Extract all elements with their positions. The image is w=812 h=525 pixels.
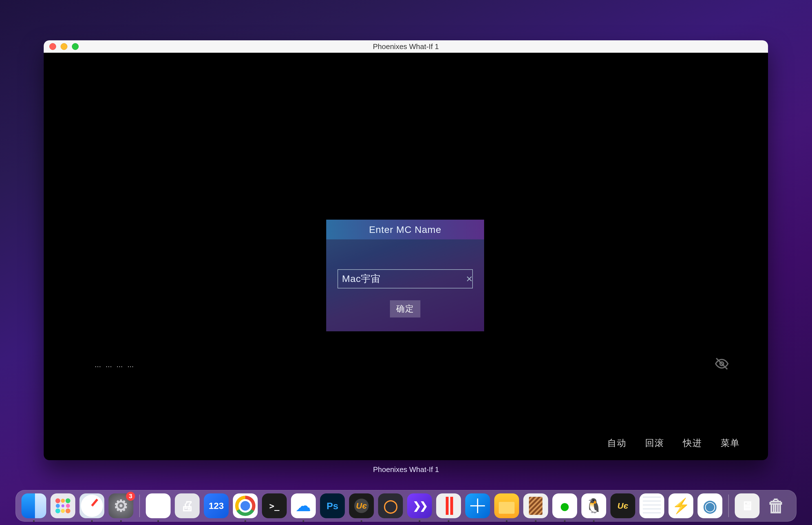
dock-printer-app-icon[interactable] [175,493,200,518]
running-app-caption: Phoenixes What-If 1 [0,465,812,474]
dialogue-text: … … … … [94,361,135,369]
game-viewport: … … … … 自动 回滚 快进 菜单 Enter MC Name ✕ [44,53,768,460]
dock-finder-icon[interactable] [21,493,46,518]
dock-ultraedit2-icon[interactable]: Uє [611,493,635,518]
nav-menu-button[interactable]: 菜单 [721,437,740,449]
clear-input-icon[interactable]: ✕ [466,274,473,284]
close-window-button[interactable] [49,43,56,50]
name-input-row: ✕ [337,269,473,288]
dock-files-icon[interactable] [494,493,519,518]
dock-trash-icon[interactable] [764,493,788,518]
dock-photoshop-icon[interactable]: Ps [320,493,345,518]
dialog-header: Enter MC Name [326,220,484,239]
window-title: Phoenixes What-If 1 [44,42,768,51]
dock-godot-icon[interactable] [697,493,722,518]
zoom-window-button[interactable] [72,43,79,50]
dock-123-label: 123 [209,501,224,511]
dock-container: 3 123 Ps Uє Uє [15,488,797,522]
dock-teamspeak-icon[interactable] [668,493,693,518]
name-input[interactable] [338,273,466,285]
dock-123-app-icon[interactable]: 123 [204,493,229,518]
dock-notes-icon[interactable] [640,493,664,518]
dock-parallels-icon[interactable] [436,493,461,518]
window-controls [44,43,79,50]
dock-separator-2 [728,495,729,517]
dock-paint-app-icon[interactable] [146,493,170,518]
dock-downloads-icon[interactable] [735,493,760,518]
dock-ue2-label: Uє [617,501,629,511]
dock-launchpad-icon[interactable] [50,493,75,518]
dock-separator [139,495,140,517]
dock-ps-label: Ps [327,500,338,511]
settings-badge: 3 [126,492,135,501]
app-window: Phoenixes What-If 1 … … … … 自动 回滚 快进 菜单 … [44,40,768,460]
dock-archive-app-icon[interactable] [523,493,548,518]
dock-wechat-icon[interactable] [552,493,577,518]
dock-system-settings-icon[interactable]: 3 [108,493,133,518]
dock-pixel-app-icon[interactable] [378,493,403,518]
minimize-window-button[interactable] [61,43,67,50]
dock-qq-icon[interactable] [581,493,606,518]
dock-safari-icon[interactable] [79,493,104,518]
dock: 3 123 Ps Uє Uє [15,490,797,522]
name-entry-dialog: Enter MC Name ✕ 确定 [326,220,484,331]
nav-rollback-button[interactable]: 回滚 [645,437,664,449]
titlebar: Phoenixes What-If 1 [44,40,768,53]
confirm-button[interactable]: 确定 [390,300,420,317]
dialog-title: Enter MC Name [369,224,441,235]
dock-windows-icon[interactable] [465,493,490,518]
nav-skip-button[interactable]: 快进 [683,437,702,449]
dock-cloud-app-icon[interactable] [291,493,316,518]
dock-terminal-icon[interactable] [262,493,287,518]
hide-ui-icon[interactable] [715,356,729,371]
dock-ue-label: Uє [356,501,367,511]
dock-chrome-icon[interactable] [233,493,258,518]
dock-purple-app-icon[interactable] [407,493,432,518]
vn-bottom-nav: 自动 回滚 快进 菜单 [607,437,740,449]
dock-ultraedit-icon[interactable]: Uє [349,493,374,518]
nav-auto-button[interactable]: 自动 [607,437,627,449]
